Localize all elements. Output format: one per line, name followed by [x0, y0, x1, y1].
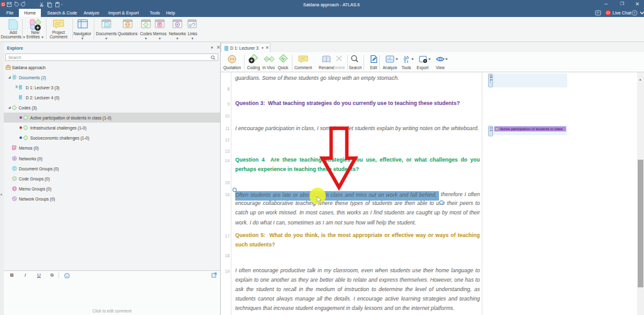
svg-text:?: ? [633, 11, 636, 15]
